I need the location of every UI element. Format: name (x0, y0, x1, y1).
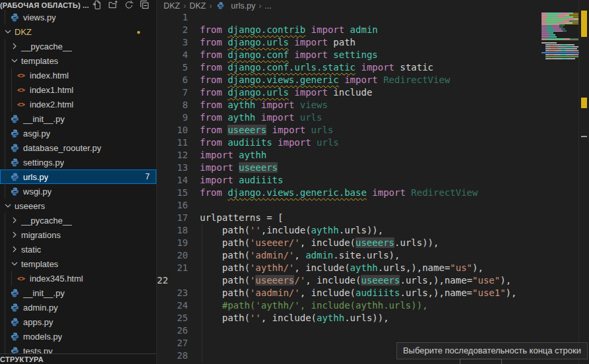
line-number[interactable]: 1 (157, 11, 188, 24)
tree-item-static[interactable]: static (0, 242, 156, 257)
code-line-14[interactable]: 14import audiiits (157, 174, 542, 187)
tree-item-index.html[interactable]: <>index.html (0, 68, 156, 82)
line-number[interactable]: 27 (157, 337, 188, 349)
line-number[interactable]: 22 (157, 274, 188, 284)
breadcrumb-item-DKZ[interactable]: DKZ (189, 1, 206, 11)
python-file-icon (9, 331, 20, 342)
line-number[interactable]: 20 (157, 249, 188, 262)
tree-item-settings.py[interactable]: settings.py (0, 155, 156, 169)
code-line-4[interactable]: 4from django.conf import settings (157, 49, 542, 61)
refresh-icon[interactable] (124, 0, 134, 10)
tree-item-DKZ[interactable]: DKZ● (0, 24, 156, 39)
code-line-26[interactable]: 26 (157, 324, 542, 337)
tree-item-asgi.py[interactable]: asgi.py (0, 126, 156, 140)
line-number[interactable]: 2 (157, 24, 188, 36)
tree-item-index345.html[interactable]: <>index345.html (0, 271, 156, 286)
line-number[interactable]: 24 (157, 299, 188, 312)
tree-item-database-roouter.py[interactable]: database_roouter.py (0, 140, 156, 155)
code-line-1[interactable]: 1 (157, 11, 542, 24)
code-line-15[interactable]: 15from django.views.generic.base import … (157, 187, 542, 199)
new-file-icon[interactable] (92, 0, 102, 10)
minimap-line (542, 56, 579, 57)
tree-item-templates[interactable]: templates (0, 257, 156, 271)
code-line-13[interactable]: 13import useeers (157, 162, 542, 174)
code-line-25[interactable]: 25 path('', include(aythh.urls)), (157, 312, 542, 324)
line-number[interactable]: 12 (157, 149, 188, 162)
code-line-22[interactable]: 22 path('useeers/', include(useeers.urls… (157, 274, 542, 287)
code-line-7[interactable]: 7from django.urls import include (157, 86, 542, 99)
code-line-12[interactable]: 12import aythh (157, 149, 542, 162)
line-number[interactable]: 18 (157, 224, 188, 237)
code-line-10[interactable]: 10from useeers import urls (157, 124, 542, 136)
tree-item---pycache--[interactable]: __pycache__ (0, 213, 156, 228)
overview-ruler[interactable] (578, 0, 589, 364)
line-number[interactable]: 7 (157, 86, 188, 99)
code-line-9[interactable]: 9from aythh import urls (157, 111, 542, 124)
tree-item-admin.py[interactable]: admin.py (0, 300, 156, 315)
outline-section-header[interactable]: СТРУКТУРА (0, 353, 156, 364)
code-line-19[interactable]: 19 path('useeer/', include(useeers.urls)… (157, 237, 542, 249)
line-number[interactable]: 9 (157, 111, 188, 124)
code-token: audiiits (356, 288, 400, 298)
line-number[interactable]: 23 (157, 287, 188, 299)
tree-indent-guide (11, 271, 12, 286)
code-line-5[interactable]: 5from django.conf.urls.static import sta… (157, 61, 542, 74)
tree-item-urls.py[interactable]: urls.py7 (0, 169, 156, 184)
breadcrumb-item-DKZ[interactable]: DKZ (164, 1, 180, 11)
line-number[interactable]: 4 (157, 49, 188, 61)
code-token: admin (350, 24, 378, 35)
line-number[interactable]: 8 (157, 99, 188, 111)
tree-item-index2.html[interactable]: <>index2.html (0, 97, 156, 111)
code-line-18[interactable]: 18 path('',include(aythh.urls)), (157, 224, 542, 237)
code-line-20[interactable]: 20 path('admin/', admin.site.urls), (157, 249, 542, 262)
tree-item-wsgi.py[interactable]: wsgi.py (0, 184, 156, 198)
tree-item---init--.py[interactable]: __init__.py (0, 286, 156, 300)
minimap[interactable] (542, 11, 579, 66)
line-number[interactable]: 13 (157, 162, 188, 174)
code-line-8[interactable]: 8from aythh import views (157, 99, 542, 111)
code-line-24[interactable]: 24 #path('aythh/', include(aythh.urls)), (157, 299, 542, 312)
tree-item---pycache--[interactable]: __pycache__ (0, 39, 156, 53)
code-line-2[interactable]: 2from django.contrib import admin (157, 24, 542, 36)
tree-item-tests.py[interactable]: tests.py (0, 344, 156, 354)
tree-item-label: templates (21, 56, 58, 66)
tree-item-views.py[interactable]: views.py (0, 10, 156, 24)
code-token: include (333, 87, 372, 98)
line-number[interactable]: 25 (157, 312, 188, 324)
line-number[interactable]: 5 (157, 61, 188, 74)
line-number[interactable]: 14 (157, 174, 188, 187)
tree-item-models.py[interactable]: models.py (0, 329, 156, 344)
breadcrumb-item-urls.py[interactable]: urls.py (215, 1, 255, 11)
line-number[interactable]: 6 (157, 74, 188, 86)
line-number[interactable]: 11 (157, 136, 188, 149)
line-number[interactable]: 16 (157, 199, 188, 212)
code-line-3[interactable]: 3from django.urls import path (157, 36, 542, 49)
code-line-16[interactable]: 16 (157, 199, 542, 212)
collapse-all-icon[interactable] (140, 0, 150, 10)
code-line-6[interactable]: 6from django.views.generic import Redire… (157, 74, 542, 86)
code-line-11[interactable]: 11from audiiits import urls (157, 136, 542, 149)
line-number[interactable]: 21 (157, 262, 188, 274)
line-number[interactable]: 15 (157, 187, 188, 199)
tree-item-templates[interactable]: templates (0, 53, 156, 68)
new-folder-icon[interactable] (108, 0, 118, 10)
explorer-section-header[interactable]: (РАБОЧАЯ ОБЛАСТЬ) ... (0, 0, 156, 10)
breadcrumb-separator-icon: › (259, 1, 261, 11)
indent-guide (202, 262, 202, 274)
line-number[interactable]: 19 (157, 237, 188, 249)
tree-item-index1.html[interactable]: <>index1.html (0, 82, 156, 97)
breadcrumb-item-...[interactable]: ... (264, 1, 271, 11)
tree-item---init--.py[interactable]: __init__.py (0, 111, 156, 126)
line-number[interactable]: 17 (157, 212, 188, 224)
code-line-21[interactable]: 21 path('aythh/', include(aythh.urls,),n… (157, 262, 542, 274)
tree-item-apps.py[interactable]: apps.py (0, 315, 156, 329)
code-area[interactable]: 12from django.contrib import admin3from … (157, 11, 542, 362)
line-number[interactable]: 3 (157, 36, 188, 49)
line-number[interactable]: 28 (157, 349, 188, 362)
tree-item-migrations[interactable]: migrations (0, 228, 156, 242)
line-number[interactable]: 10 (157, 124, 188, 136)
code-line-23[interactable]: 23 path('aadmin/', include(audiiits.urls… (157, 287, 542, 299)
code-line-17[interactable]: 17urlpatterns = [ (157, 212, 542, 224)
line-number[interactable]: 26 (157, 324, 188, 337)
tree-item-useeers[interactable]: useeers (0, 198, 156, 213)
